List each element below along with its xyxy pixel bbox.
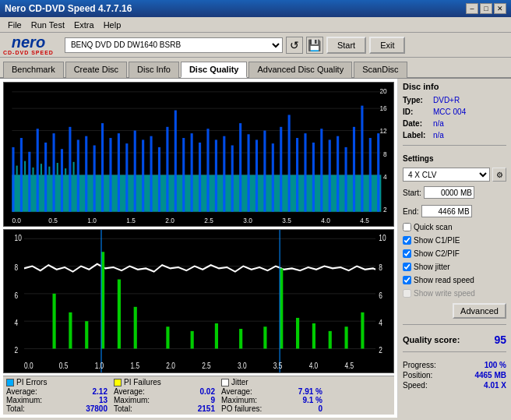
svg-text:4.5: 4.5 — [360, 216, 369, 224]
svg-text:1.0: 1.0 — [87, 216, 97, 224]
show-c2pif-checkbox[interactable] — [403, 249, 411, 258]
show-read-speed-checkbox[interactable] — [403, 276, 411, 284]
menu-extra[interactable]: Extra — [69, 19, 99, 30]
save-button[interactable]: 💾 — [306, 37, 323, 54]
pi-failures-stats: PI Failures Average: 0.02 Maximum: 9 Tot… — [114, 378, 215, 413]
svg-rect-45 — [263, 131, 266, 212]
disc-type-value: DVD+R — [433, 96, 460, 104]
svg-text:4.5: 4.5 — [344, 360, 354, 370]
tab-advanced-disc-quality[interactable]: Advanced Disc Quality — [248, 62, 352, 78]
tab-create-disc[interactable]: Create Disc — [65, 62, 127, 78]
svg-rect-67 — [73, 162, 75, 175]
pi-errors-avg-value: 2.12 — [93, 387, 107, 396]
svg-text:2: 2 — [383, 205, 387, 214]
start-value-input[interactable] — [424, 186, 474, 199]
svg-rect-58 — [369, 138, 372, 212]
pi-errors-max-value: 13 — [99, 396, 107, 404]
cd-dvd-speed-logo: CD-DVD SPEED — [3, 50, 54, 55]
svg-rect-31 — [150, 136, 153, 212]
tab-bar: Benchmark Create Disc Disc Info Disc Qua… — [0, 58, 511, 79]
end-label: End: — [403, 207, 419, 216]
speed-row: Speed: 4.01 X — [403, 381, 506, 390]
svg-rect-32 — [158, 147, 160, 212]
divider-1 — [403, 145, 506, 146]
svg-rect-34 — [174, 111, 177, 212]
tab-scandisc[interactable]: ScanDisc — [354, 62, 407, 78]
svg-rect-16 — [28, 152, 30, 212]
menu-run-test[interactable]: Run Test — [26, 19, 69, 30]
close-button[interactable]: ✕ — [494, 3, 506, 14]
speed-value: 4.01 X — [484, 381, 506, 390]
pi-failures-avg-value: 0.02 — [200, 387, 215, 396]
svg-rect-100 — [166, 326, 169, 348]
svg-text:2.0: 2.0 — [165, 216, 174, 224]
maximize-button[interactable]: □ — [480, 3, 492, 14]
end-value-input[interactable] — [421, 205, 472, 217]
svg-rect-65 — [57, 163, 58, 175]
progress-label: Progress: — [403, 361, 436, 369]
svg-rect-53 — [329, 139, 331, 211]
show-jitter-checkbox[interactable] — [403, 263, 411, 271]
divider-3 — [403, 351, 506, 352]
svg-rect-51 — [312, 143, 315, 212]
start-button[interactable]: Start — [326, 37, 366, 54]
pi-errors-chart: 20 16 12 8 4 2 — [3, 82, 394, 227]
svg-text:2: 2 — [15, 344, 19, 355]
svg-rect-26 — [109, 138, 111, 212]
jitter-po-value: 0 — [318, 404, 322, 413]
svg-rect-109 — [345, 326, 348, 348]
pi-errors-color — [6, 379, 14, 386]
drive-select[interactable]: BENQ DVD DD DW1640 BSRB — [65, 37, 283, 53]
pi-errors-label: PI Errors — [16, 378, 47, 386]
menu-help[interactable]: Help — [99, 19, 126, 30]
show-c1pie-checkbox[interactable] — [403, 236, 411, 245]
toolbar: nero CD-DVD SPEED BENQ DVD DD DW1640 BSR… — [0, 33, 511, 58]
svg-rect-46 — [272, 143, 274, 212]
disc-id-row: ID: MCC 004 — [403, 108, 506, 116]
minimize-button[interactable]: – — [466, 3, 478, 14]
pi-failures-max-label: Maximum: — [114, 396, 150, 404]
svg-text:0.5: 0.5 — [48, 216, 58, 224]
advanced-button[interactable]: Advanced — [453, 303, 506, 319]
quality-score-row: Quality score: 95 — [403, 334, 506, 346]
menubar: File Run Test Extra Help — [0, 17, 511, 33]
svg-rect-42 — [239, 123, 241, 212]
svg-rect-44 — [256, 139, 258, 211]
show-read-speed-row: Show read speed — [403, 276, 506, 284]
progress-section: Progress: 100 % Position: 4465 MB Speed:… — [403, 361, 506, 390]
show-c1pie-label: Show C1/PIE — [414, 236, 460, 245]
svg-text:8: 8 — [383, 150, 387, 158]
tab-disc-quality[interactable]: Disc Quality — [181, 62, 248, 78]
jitter-avg-label: Average: — [221, 387, 252, 396]
svg-rect-14 — [12, 147, 14, 212]
speed-select[interactable]: 4 X CLV — [403, 168, 490, 182]
jitter-label: Jitter — [231, 378, 248, 386]
svg-text:1.5: 1.5 — [131, 360, 140, 370]
disc-label-row: Label: n/a — [403, 131, 506, 139]
svg-rect-78 — [4, 230, 393, 373]
quick-scan-checkbox[interactable] — [403, 223, 411, 231]
settings-icon-button[interactable]: ⚙ — [492, 168, 506, 182]
disc-date-label: Date: — [403, 119, 430, 128]
titlebar: Nero CD-DVD Speed 4.7.7.16 – □ ✕ — [0, 0, 511, 17]
app-title: Nero CD-DVD Speed 4.7.7.16 — [5, 3, 132, 14]
exit-button[interactable]: Exit — [369, 37, 405, 54]
svg-text:16: 16 — [379, 104, 386, 112]
svg-rect-63 — [41, 164, 42, 175]
tab-benchmark[interactable]: Benchmark — [3, 62, 64, 78]
svg-rect-56 — [353, 127, 355, 212]
disc-info-title: Disc info — [403, 82, 506, 91]
svg-text:4.0: 4.0 — [309, 360, 319, 370]
divider-2 — [403, 324, 506, 325]
svg-rect-23 — [85, 136, 87, 212]
tab-disc-info[interactable]: Disc Info — [129, 62, 179, 78]
jitter-stats: Jitter Average: 7.91 % Maximum: 9.1 % PO… — [221, 378, 322, 413]
chart-area: 20 16 12 8 4 2 — [0, 79, 398, 418]
svg-text:20: 20 — [379, 87, 386, 96]
svg-rect-104 — [263, 326, 266, 348]
menu-file[interactable]: File — [3, 19, 26, 30]
jitter-avg-value: 7.91 % — [298, 387, 322, 396]
svg-rect-59 — [377, 133, 379, 212]
svg-rect-95 — [69, 312, 72, 348]
refresh-button[interactable]: ↺ — [286, 37, 303, 54]
